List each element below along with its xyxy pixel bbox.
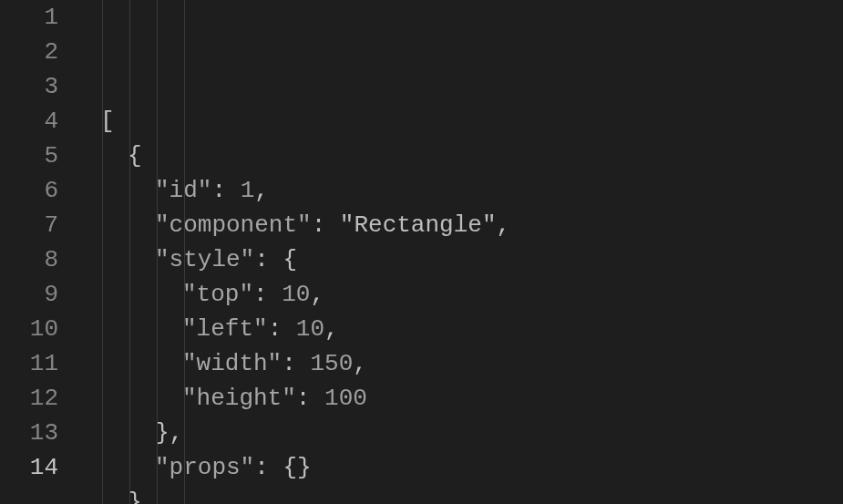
line-number: 1 bbox=[0, 0, 58, 35]
token-key: "width" bbox=[182, 350, 282, 377]
code-line[interactable]: { bbox=[82, 139, 843, 173]
code-line[interactable]: } bbox=[82, 485, 843, 504]
code-line[interactable]: "height": 100 bbox=[82, 381, 843, 416]
line-number: 3 bbox=[0, 69, 58, 104]
token-key: "props" bbox=[155, 454, 254, 481]
token-punc: , bbox=[324, 315, 339, 343]
line-number: 14 bbox=[0, 450, 58, 485]
code-line[interactable]: "style": { bbox=[82, 242, 843, 277]
token-key: "id" bbox=[155, 177, 211, 204]
line-number: 5 bbox=[0, 139, 58, 173]
line-number: 12 bbox=[0, 381, 58, 416]
token-punc: , bbox=[254, 177, 269, 204]
token-punc: [ bbox=[100, 108, 115, 135]
token-num: 1 bbox=[241, 177, 255, 204]
line-number: 7 bbox=[0, 208, 58, 242]
code-line[interactable]: "props": {} bbox=[82, 450, 843, 485]
token-punc: : bbox=[282, 350, 310, 377]
line-number: 6 bbox=[0, 173, 58, 208]
token-punc: : bbox=[296, 385, 324, 412]
token-punc: , bbox=[310, 281, 324, 308]
code-area[interactable]: [{"id": 1,"component": "Rectangle","styl… bbox=[82, 0, 843, 504]
code-line[interactable]: "id": 1, bbox=[82, 173, 843, 208]
token-punc: } bbox=[155, 419, 170, 447]
token-key: "left" bbox=[182, 315, 268, 343]
token-punc: : bbox=[254, 454, 283, 481]
token-num: 150 bbox=[310, 350, 353, 377]
code-line[interactable]: "top": 10, bbox=[82, 277, 843, 312]
code-line[interactable]: "width": 150, bbox=[82, 346, 843, 381]
code-editor[interactable]: 1234567891011121314 [{"id": 1,"component… bbox=[0, 0, 843, 504]
line-number: 2 bbox=[0, 35, 58, 69]
line-number: 11 bbox=[0, 346, 58, 381]
line-number: 4 bbox=[0, 104, 58, 139]
token-punc: : bbox=[253, 281, 282, 308]
token-punc: : bbox=[254, 246, 283, 273]
token-punc: , bbox=[170, 419, 184, 447]
token-punc: {} bbox=[283, 454, 311, 481]
line-number: 8 bbox=[0, 242, 58, 277]
token-key: "style" bbox=[155, 246, 254, 273]
token-punc: : bbox=[211, 177, 240, 204]
token-punc: { bbox=[283, 246, 297, 273]
line-number: 13 bbox=[0, 416, 58, 450]
code-line[interactable]: }, bbox=[82, 416, 843, 450]
token-num: 10 bbox=[282, 281, 310, 308]
token-num: 10 bbox=[296, 315, 324, 343]
token-num: 100 bbox=[324, 385, 367, 412]
code-line[interactable]: [ bbox=[82, 104, 843, 139]
token-key: "height" bbox=[182, 385, 296, 412]
token-punc: , bbox=[353, 350, 367, 377]
token-punc: : bbox=[312, 211, 340, 239]
token-punc: { bbox=[128, 142, 142, 170]
line-number-gutter: 1234567891011121314 bbox=[0, 0, 82, 504]
token-key: "component" bbox=[155, 211, 312, 239]
line-number: 10 bbox=[0, 312, 58, 346]
token-punc: } bbox=[128, 489, 142, 504]
token-punc: , bbox=[497, 211, 511, 239]
line-number: 9 bbox=[0, 277, 58, 312]
token-key: "top" bbox=[182, 281, 253, 308]
token-str: "Rectangle" bbox=[340, 211, 497, 239]
code-line[interactable]: "left": 10, bbox=[82, 312, 843, 346]
token-punc: : bbox=[268, 315, 296, 343]
code-line[interactable]: "component": "Rectangle", bbox=[82, 208, 843, 242]
